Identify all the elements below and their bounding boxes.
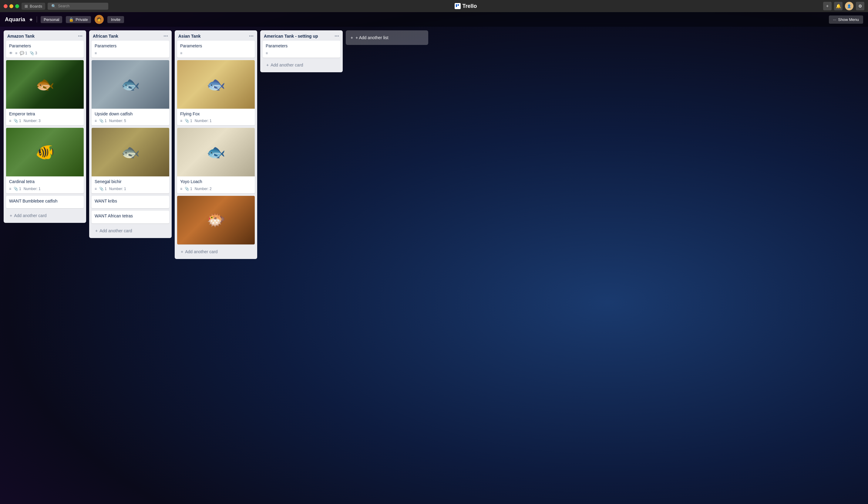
add-card-label-amazon: Add another card (14, 213, 46, 218)
card-content-senegal-bichir: Senegal bichir ≡ 📎 1 Number: 1 (92, 177, 169, 193)
card-params-amazon[interactable]: Parameters 👁 ≡ 💬 1 📎 (6, 41, 84, 58)
attachment-icon-ff: 📎 (185, 119, 189, 123)
card-badges-params-asian: ≡ (180, 51, 252, 55)
description-icon-am: ≡ (266, 51, 268, 55)
badge-desc-yl: ≡ (180, 187, 182, 191)
badge-desc: ≡ (15, 51, 17, 55)
list-menu-american[interactable]: ··· (334, 33, 339, 39)
card-content-emperor-tetra: Emperor tetra ≡ 📎 1 Number: 3 (6, 109, 84, 126)
number-uc: Number: 5 (109, 119, 126, 123)
description-icon-as: ≡ (180, 51, 182, 55)
search-bar[interactable]: 🔍 Search (48, 3, 108, 10)
badge-desc-uc: ≡ (95, 119, 97, 123)
list-body-amazon: Parameters 👁 ≡ 💬 1 📎 (4, 41, 86, 223)
list-header-african: African Tank ··· (89, 30, 172, 41)
card-yoyo-loach[interactable]: Yoyo Loach ≡ 📎 1 Number: 2 (177, 128, 255, 193)
badge-number-yl: Number: 2 (195, 187, 212, 191)
description-icon-ff: ≡ (180, 119, 182, 123)
list-body-american: Parameters ≡ + Add another card (260, 41, 343, 72)
card-senegal-bichir[interactable]: Senegal bichir ≡ 📎 1 Number: 1 (92, 128, 169, 193)
plus-icon-american: + (266, 62, 269, 68)
add-list-button[interactable]: + + Add another list (346, 30, 428, 45)
add-card-asian[interactable]: + Add another card (177, 247, 255, 256)
maximize-button[interactable] (15, 4, 19, 8)
card-title-params-american: Parameters (266, 43, 337, 49)
close-button[interactable] (4, 4, 8, 8)
user-avatar[interactable]: 👤 (845, 2, 854, 10)
card-params-african[interactable]: Parameters ≡ (92, 41, 169, 58)
badge-attach-sb: 📎 1 (99, 187, 107, 191)
badge-desc-et: ≡ (9, 119, 11, 123)
card-image-upside-catfish (92, 60, 169, 109)
notification-button[interactable]: 🔔 (834, 2, 843, 10)
show-menu-button[interactable]: ··· Show Menu (829, 16, 864, 24)
comment-icon: 💬 (20, 51, 24, 55)
card-want-bumblebee[interactable]: WANT Bumblebee catfish (6, 196, 84, 209)
card-emperor-tetra[interactable]: Emperor tetra ≡ 📎 1 Number: 3 (6, 60, 84, 126)
card-image-cardinal-tetra (6, 128, 84, 177)
workspace-button[interactable]: Personal (41, 16, 62, 23)
badge-number-uc: Number: 5 (109, 119, 126, 123)
badge-number-ct: Number: 1 (24, 187, 41, 191)
card-want-kribs[interactable]: WANT kribs (92, 196, 169, 209)
card-params-american[interactable]: Parameters ≡ (263, 41, 340, 58)
minimize-button[interactable] (9, 4, 13, 8)
eye-icon: 👁 (9, 51, 13, 55)
list-header-asian: Asian Tank ··· (175, 30, 257, 41)
visibility-button[interactable]: 🔒 Private (66, 16, 91, 23)
card-badges-cardinal-tetra: ≡ 📎 1 Number: 1 (9, 187, 81, 191)
titlebar-right: ＋ 🔔 👤 ⚙ (823, 2, 864, 10)
description-icon-ct: ≡ (9, 187, 11, 191)
card-image-yoyo-loach (177, 128, 255, 177)
trello-wordmark: Trello (463, 3, 477, 9)
attachment-count-sb: 1 (105, 187, 107, 191)
card-content-yoyo-loach: Yoyo Loach ≡ 📎 1 Number: 2 (177, 177, 255, 193)
svg-rect-0 (456, 4, 457, 7)
card-mystery-fish[interactable] (177, 196, 255, 244)
list-title-american: American Tank - setting up (264, 34, 318, 39)
attachment-count-et: 1 (19, 119, 21, 123)
add-card-african[interactable]: + Add another card (92, 226, 169, 235)
list-menu-african[interactable]: ··· (164, 33, 168, 39)
titlebar: ⊞ Boards 🔍 Search Trello ＋ 🔔 👤 ⚙ (0, 0, 868, 12)
card-badges-yoyo-loach: ≡ 📎 1 Number: 2 (180, 187, 252, 191)
board-area: Amazon Tank ··· Parameters 👁 ≡ (0, 27, 868, 504)
card-params-asian[interactable]: Parameters ≡ (177, 41, 255, 58)
app-header: Aquaria ★ Personal 🔒 Private 🧑 Invite ··… (0, 12, 868, 27)
card-want-african-tetras[interactable]: WANT African tetras (92, 211, 169, 223)
card-title-cardinal-tetra: Cardinal tetra (9, 179, 81, 185)
card-upside-catfish[interactable]: Upside down catfish ≡ 📎 1 Number: 5 (92, 60, 169, 126)
attachment-icon-ct: 📎 (14, 187, 18, 191)
add-card-amazon[interactable]: + Add another card (6, 211, 84, 220)
number-ct: Number: 1 (24, 187, 41, 191)
list-title-asian: Asian Tank (178, 34, 201, 39)
add-card-label-african: Add another card (100, 228, 132, 233)
list-menu-asian[interactable]: ··· (249, 33, 254, 39)
card-content-params-asian: Parameters ≡ (177, 41, 255, 58)
add-card-american[interactable]: + Add another card (263, 60, 340, 70)
card-title-emperor-tetra: Emperor tetra (9, 111, 81, 117)
list-menu-amazon[interactable]: ··· (78, 33, 82, 39)
add-button[interactable]: ＋ (823, 2, 831, 10)
card-content-upside-catfish: Upside down catfish ≡ 📎 1 Number: 5 (92, 109, 169, 126)
card-badges-flying-fox: ≡ 📎 1 Number: 1 (180, 119, 252, 123)
invite-button[interactable]: Invite (107, 16, 124, 23)
description-icon-et: ≡ (9, 119, 11, 123)
list-title-african: African Tank (93, 34, 118, 39)
card-cardinal-tetra[interactable]: Cardinal tetra ≡ 📎 1 Number: 1 (6, 128, 84, 193)
plus-icon-list: + (351, 35, 353, 40)
card-title-want-bumblebee: WANT Bumblebee catfish (9, 198, 81, 204)
description-icon: ≡ (15, 51, 17, 55)
settings-button[interactable]: ⚙ (856, 2, 864, 10)
badge-attach-uc: 📎 1 (99, 119, 107, 123)
card-content-params-american: Parameters ≡ (263, 41, 340, 58)
attachment-icon-et: 📎 (14, 119, 18, 123)
card-flying-fox[interactable]: Flying Fox ≡ 📎 1 Number: 1 (177, 60, 255, 126)
boards-button[interactable]: ⊞ Boards (22, 3, 45, 10)
add-list-label: + Add another list (355, 35, 389, 40)
list-header-american: American Tank - setting up ··· (260, 30, 343, 41)
card-content-want-bumblebee: WANT Bumblebee catfish (6, 196, 84, 209)
add-card-label-asian: Add another card (185, 249, 217, 254)
description-icon-sb: ≡ (95, 187, 97, 191)
star-button[interactable]: ★ (29, 17, 33, 22)
